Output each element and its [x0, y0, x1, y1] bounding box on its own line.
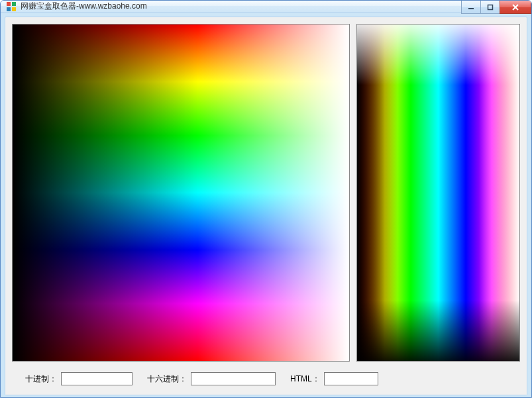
titlebar[interactable]: 网赚宝盒取色器-www.wzbaohe.com: [1, 1, 531, 13]
html-label: HTML：: [290, 373, 320, 385]
maximize-button[interactable]: [480, 1, 500, 14]
svg-rect-5: [488, 5, 493, 9]
svg-rect-3: [12, 7, 16, 11]
dark-overlay-bottom: [357, 25, 519, 361]
app-icon: [6, 1, 17, 12]
svg-rect-1: [12, 2, 16, 6]
minimize-button[interactable]: [461, 1, 481, 14]
close-icon: [511, 4, 519, 11]
svg-rect-0: [7, 2, 11, 6]
color-field-main[interactable]: [12, 24, 350, 362]
client-area: 十进制： 十六进制： HTML：: [5, 17, 527, 395]
decimal-input[interactable]: [61, 372, 133, 385]
window-title: 网赚宝盒取色器-www.wzbaohe.com: [21, 1, 147, 12]
close-button[interactable]: [500, 1, 531, 14]
decimal-label: 十进制：: [25, 373, 57, 385]
color-picker-row: [5, 17, 527, 366]
hex-input[interactable]: [191, 372, 276, 385]
window-controls: [462, 1, 531, 14]
minimize-icon: [468, 4, 474, 11]
app-window: 网赚宝盒取色器-www.wzbaohe.com: [0, 0, 532, 398]
hex-label: 十六进制：: [147, 373, 187, 385]
output-fields-row: 十进制： 十六进制： HTML：: [5, 366, 527, 395]
maximize-icon: [487, 4, 494, 11]
saturation-overlay-layer: [13, 25, 349, 361]
color-field-secondary[interactable]: [356, 24, 520, 362]
html-input[interactable]: [324, 372, 378, 385]
svg-rect-2: [7, 7, 11, 11]
